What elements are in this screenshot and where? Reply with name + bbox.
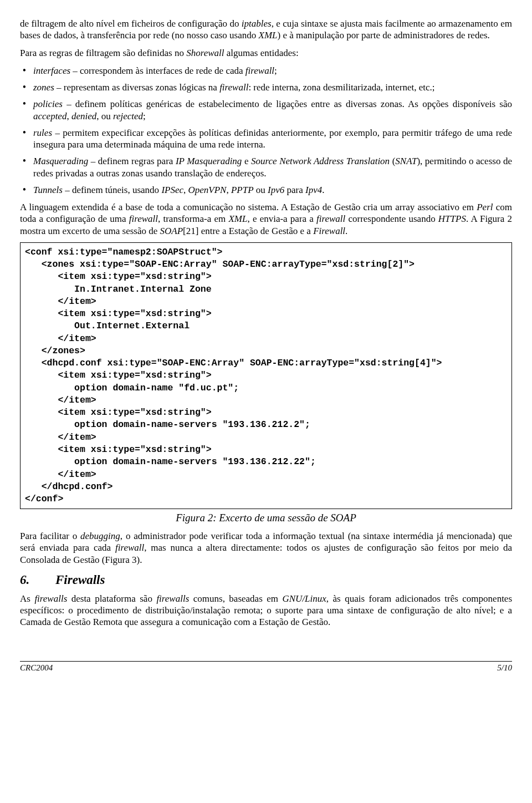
paragraph-firewalls: As firewalls desta plataforma são firewa… [20,593,512,628]
footer-right: 5/10 [497,663,512,673]
list-item: interfaces – correspondem às interfaces … [31,64,512,77]
page-footer: CRC2004 5/10 [20,661,512,673]
section-heading-firewalls: 6.Firewalls [20,572,512,588]
list-item: Tunnels – definem túneis, usando IPSec, … [31,184,512,196]
bullet-list-entities: interfaces – correspondem às interfaces … [20,64,512,196]
paragraph-entities-intro: Para as regras de filtragem são definida… [20,47,512,59]
footer-left: CRC2004 [20,663,53,673]
code-listing-soap: <conf xsi:type="namesp2:SOAPStruct"> <zo… [20,242,512,510]
list-item: rules – permitem expecificar excepções à… [31,126,512,151]
section-number: 6. [20,572,55,588]
paragraph-language: A linguagem extendida é a base de toda a… [20,201,512,237]
section-title: Firewalls [55,573,105,587]
paragraph-debugging: Para facilitar o debugging, o administra… [20,530,512,566]
list-item: Masquerading – definem regras para IP Ma… [31,155,512,179]
list-item: policies – definem políticas genéricas d… [31,98,512,122]
figure-caption: Figura 2: Excerto de uma sessão de SOAP [20,511,512,525]
list-item: zones – representam as diversas zonas ló… [31,81,512,93]
paragraph-intro: de filtragem de alto nível em ficheiros … [20,18,512,42]
